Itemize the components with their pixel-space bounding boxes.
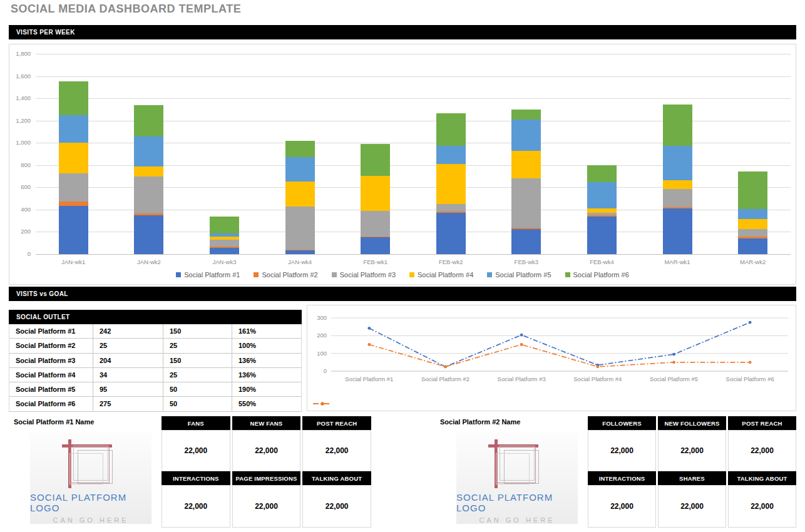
bar-segment <box>738 209 767 219</box>
section-header-visits-vs-goal: VISITS vs GOAL <box>9 287 796 301</box>
bar-segment <box>59 173 88 202</box>
platform-card-1: Social Platform #1 Name SOCIAL PLATFORM … <box>9 416 371 528</box>
table-cell: 34 <box>93 368 163 382</box>
bar-segment <box>663 105 692 146</box>
y-tick-label: 1,400 <box>9 95 31 101</box>
bar-segment <box>210 240 239 247</box>
bar-segment <box>511 151 541 178</box>
bar-segment <box>285 182 315 207</box>
table-cell: 150 <box>163 324 232 338</box>
x-tick-label: FEB-wk3 <box>489 258 565 265</box>
stat-value: 22,000 <box>728 430 796 471</box>
bar-segment <box>134 136 163 166</box>
bar-segment <box>59 206 88 254</box>
bar-segment <box>738 219 767 229</box>
stacked-bar <box>511 110 541 254</box>
x-tick-label: Social Platform #5 <box>650 376 698 382</box>
stat-value: 22,000 <box>658 430 726 471</box>
x-tick-label: MAR-wk1 <box>640 258 715 265</box>
visits-vs-goal-table: SOCIAL OUTLET Social Platform #124215016… <box>9 310 302 412</box>
bar-segment <box>436 164 466 204</box>
y-tick-label: 800 <box>9 161 31 168</box>
data-point <box>367 343 371 346</box>
bar-slot <box>489 54 565 254</box>
bar-segment <box>511 120 541 151</box>
stat-header-fans: FANS <box>162 416 230 430</box>
bar-slot <box>564 54 640 254</box>
platform-logo-placeholder: SOCIAL PLATFORM LOGO CAN GO HERE <box>30 432 151 524</box>
x-tick-label: Social Platform #1 <box>345 376 393 382</box>
table-cell: 25 <box>163 368 232 382</box>
data-point <box>520 343 523 346</box>
bar-slot <box>262 54 338 254</box>
stat-header-interactions: INTERACTIONS <box>162 471 230 485</box>
table-cell: 100% <box>232 339 301 352</box>
legend-swatch <box>487 272 492 277</box>
stat-value: 22,000 <box>588 485 656 528</box>
bar-segment <box>738 171 767 209</box>
bar-segment <box>738 238 767 254</box>
bar-segment <box>285 141 315 158</box>
legend-label: Social Platform #5 <box>495 271 551 279</box>
bar-segment <box>436 204 466 212</box>
y-tick-label: 1,200 <box>9 117 31 124</box>
stat-value: 22,000 <box>162 485 230 528</box>
table-cell: 95 <box>93 382 163 396</box>
data-point <box>749 321 752 324</box>
y-tick-label: 1,600 <box>9 73 31 79</box>
logo-text-line1: SOCIAL PLATFORM LOGO <box>456 492 578 513</box>
table-cell: 161% <box>232 324 301 338</box>
bar-segment <box>511 110 541 120</box>
legend-swatch <box>254 272 259 277</box>
logo-squares-icon <box>487 439 547 487</box>
line-series-goal <box>369 345 750 367</box>
table-row: Social Platform #59550190% <box>9 382 301 397</box>
legend-marker <box>312 401 336 406</box>
x-tick-label: Social Platform #3 <box>498 376 546 382</box>
bar-segment <box>587 165 617 183</box>
stacked-bar <box>361 144 390 254</box>
bar-segment <box>436 213 466 254</box>
legend-item: Social Platform #3 <box>332 271 396 279</box>
table-cell: Social Platform #3 <box>9 354 93 367</box>
x-tick-label: JAN-wk1 <box>36 258 111 265</box>
stat-header-page-impressions: PAGE IMPRESSIONS <box>232 471 301 485</box>
legend-label: Social Platform #4 <box>418 271 473 279</box>
data-point <box>596 366 599 369</box>
x-tick-label: Social Platform #2 <box>421 376 469 382</box>
y-tick-label: 600 <box>9 183 31 190</box>
table-cell: 204 <box>93 354 163 367</box>
stat-header-post-reach: POST REACH <box>728 416 796 430</box>
legend-swatch <box>565 272 570 277</box>
bar-segment <box>210 217 239 234</box>
data-point <box>672 353 675 356</box>
bar-chart-bars <box>36 54 791 254</box>
bar-segment <box>134 215 163 254</box>
table-cell: 275 <box>93 397 163 411</box>
bar-slot <box>111 54 187 254</box>
legend-label: Social Platform #1 <box>184 271 240 279</box>
legend-item: Social Platform #4 <box>409 271 473 279</box>
legend-label: Social Platform #3 <box>340 271 396 279</box>
legend-swatch <box>409 272 414 277</box>
gridline <box>36 254 791 255</box>
social-media-dashboard: { "page": { "title": "SOCIAL MEDIA DASHB… <box>0 0 805 532</box>
y-tick-label: 200 <box>9 228 31 235</box>
bar-segment <box>59 81 88 115</box>
bar-segment <box>587 208 617 213</box>
bar-chart-legend: Social Platform #1Social Platform #2Soci… <box>9 271 796 279</box>
bar-segment <box>587 217 617 254</box>
stat-header-talking-about: TALKING ABOUT <box>728 471 796 485</box>
table-rows: Social Platform #1242150161%Social Platf… <box>9 324 302 412</box>
stat-header-shares: SHARES <box>658 471 726 485</box>
stat-header-followers: FOLLOWERS <box>588 416 656 430</box>
x-tick-label: JAN-wk3 <box>187 258 262 265</box>
data-point <box>367 327 371 330</box>
legend-swatch <box>332 272 337 277</box>
x-tick-label: FEB-wk2 <box>413 258 489 265</box>
table-cell: 25 <box>163 339 232 352</box>
x-tick-label: Social Platform #6 <box>726 376 774 382</box>
table-cell: 136% <box>232 354 301 367</box>
bar-segment <box>587 182 617 208</box>
platform-logo-placeholder: SOCIAL PLATFORM LOGO CAN GO HERE <box>456 432 578 524</box>
